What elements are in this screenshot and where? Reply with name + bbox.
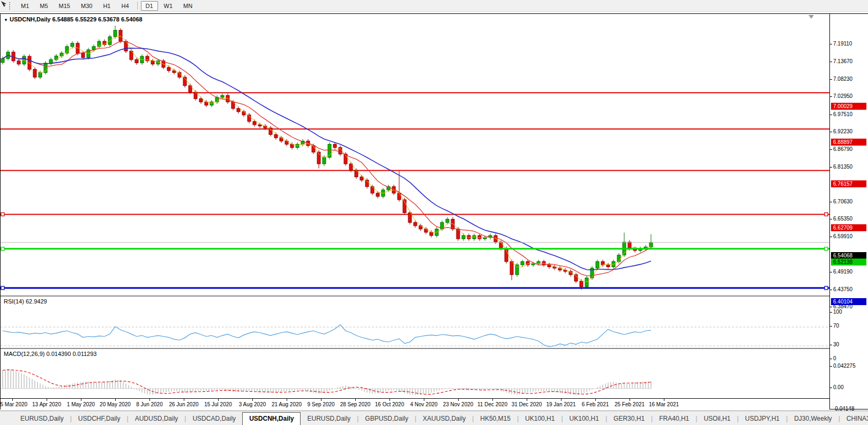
price-axis-label: 6.86790 [833, 146, 852, 152]
timeframe-button-h4[interactable]: H4 [116, 1, 133, 11]
date-label: 23 Nov 2020 [443, 401, 474, 407]
axis-tick [830, 96, 832, 97]
macd-axis-label: 0.042275 [833, 363, 856, 369]
axis-tick [830, 312, 832, 313]
chart-tab-usoil-h1[interactable]: USOil,H1 [697, 413, 737, 425]
date-tick [424, 399, 424, 401]
date-tick [321, 399, 321, 401]
chart-tab-usdjpy-h1[interactable]: USDJPY,H1 [739, 413, 786, 425]
date-tick [81, 399, 81, 401]
axis-tick [830, 202, 832, 202]
axis-tick [830, 326, 832, 327]
cursor-tool-button[interactable]: ▾ [0, 3, 8, 8]
price-axis-label: 6.43750 [833, 286, 852, 292]
price-axis-label: 6.70630 [833, 199, 852, 204]
chart-tab-uk100-h1[interactable]: UK100,H1 [563, 413, 605, 425]
axis-tick [830, 388, 832, 388]
date-label: 13 Apr 2020 [32, 401, 61, 407]
date-tick [184, 399, 184, 401]
timeframe-button-w1[interactable]: W1 [159, 1, 178, 11]
chart-tab-usdcad-daily[interactable]: USDCAD,Daily [186, 413, 242, 425]
date-label: 21 Aug 2020 [272, 401, 302, 407]
date-tick [561, 399, 562, 401]
price-axis-label: 6.65350 [833, 216, 852, 222]
date-label: 4 Nov 2020 [410, 401, 437, 407]
date-label: 15 Jul 2020 [204, 401, 232, 407]
timeframe-button-m5[interactable]: M5 [35, 1, 53, 11]
chart-tab-xauusd-daily[interactable]: XAUUSD,Daily [416, 413, 472, 425]
axis-tick [830, 132, 832, 132]
timeframe-button-mn[interactable]: MN [178, 1, 197, 11]
chart-tab-ger30-h1[interactable]: GER30,H1 [607, 413, 651, 425]
axis-tick [830, 359, 832, 359]
chart-tab-bar: EURUSD,Daily|USDCHF,Daily|AUDUSD,Daily|U… [0, 411, 868, 425]
mt4-window: ▾ M1M5M15M30H1H4D1W1MN ▼ USDCNH,Daily 6.… [0, 0, 868, 425]
chart-tab-usdchf-daily[interactable]: USDCHF,Daily [72, 413, 127, 425]
toolbar-divider [137, 2, 138, 10]
price-axis-label: 7.19110 [833, 41, 852, 47]
axis-tick [830, 62, 832, 62]
chart-tab-china300-h1[interactable]: CHINA300,H1 [840, 413, 868, 425]
price-badge: 6.88897 [831, 139, 866, 146]
date-tick [252, 399, 253, 401]
chart-tab-eurusd-daily[interactable]: EURUSD,Daily [14, 413, 70, 425]
date-label: 25 Mar 2020 [0, 401, 27, 407]
chart-tab-eurusd-daily[interactable]: EURUSD,Daily [301, 413, 357, 425]
date-tick [664, 399, 664, 401]
toolbar-grip[interactable] [9, 2, 14, 10]
timeframe-button-h1[interactable]: H1 [98, 1, 115, 11]
date-label: 3 Aug 2020 [239, 401, 266, 407]
macd-label: MACD(12,26,9) 0.014390 0.011293 [4, 351, 96, 357]
price-axis-label: 6.92230 [833, 128, 852, 134]
main-chart-panel[interactable]: ▼ USDCNH,Daily 6.54885 6.55229 6.53678 6… [1, 14, 829, 294]
chart-tab-gbpusd-daily[interactable]: GBPUSD,Daily [358, 413, 415, 425]
price-badge: 6.76157 [831, 180, 866, 187]
candlestick-chart-canvas[interactable] [1, 14, 829, 294]
date-label: 25 Feb 2021 [615, 401, 645, 407]
date-tick [47, 399, 47, 401]
date-tick [218, 399, 219, 401]
chart-tab-dj30-weekly[interactable]: DJ30,Weekly [788, 413, 838, 425]
date-label: 31 Dec 2020 [512, 401, 542, 407]
macd-panel[interactable]: MACD(12,26,9) 0.014390 0.011293 [1, 348, 829, 399]
axis-tick [830, 167, 832, 168]
chart-tab-uk100-h1[interactable]: UK100,H1 [519, 413, 561, 425]
axis-tick [830, 219, 832, 219]
price-axis-label: 6.59910 [833, 233, 852, 239]
timeframe-button-d1[interactable]: D1 [141, 1, 158, 11]
date-tick [355, 399, 356, 401]
date-tick [527, 399, 527, 401]
date-tick [630, 399, 630, 401]
price-badge: 7.00029 [831, 103, 866, 110]
timeframe-buttons: M1M5M15M30H1H4D1W1MN [16, 1, 198, 11]
date-label: 11 Dec 2020 [477, 401, 507, 407]
rsi-panel[interactable]: RSI(14) 62.9429 [1, 295, 829, 348]
axis-tick [830, 115, 832, 115]
price-axis-label: 7.02950 [833, 93, 852, 99]
chart-tab-usdcnh-daily[interactable]: USDCNH,Daily [242, 412, 301, 425]
chart-ohlc-values: 6.54885 6.55229 6.53678 6.54068 [52, 16, 142, 22]
axis-tick [830, 44, 832, 44]
timeframe-button-m30[interactable]: M30 [76, 1, 97, 11]
timeframe-button-m15[interactable]: M15 [54, 1, 75, 11]
chart-tab-hk50-m15[interactable]: HK50,M15 [474, 413, 517, 425]
date-label: 26 Jun 2020 [169, 401, 198, 407]
chart-tab-fra40-h1[interactable]: FRA40,H1 [653, 413, 695, 425]
chart-window: ▼ USDCNH,Daily 6.54885 6.55229 6.53678 6… [0, 13, 868, 409]
price-axis-label: 7.08230 [833, 76, 852, 82]
date-axis[interactable]: 25 Mar 202013 Apr 20201 May 202020 May 2… [1, 398, 829, 409]
date-tick [595, 399, 596, 401]
rsi-axis-label: 30 [833, 341, 839, 347]
rsi-chart-canvas[interactable] [1, 297, 829, 347]
chart-title: ▼ USDCNH,Daily 6.54885 6.55229 6.53678 6… [4, 16, 143, 22]
price-axis[interactable]: 7.191107.136707.082307.029506.975106.922… [829, 14, 868, 409]
chart-tab-audusd-daily[interactable]: AUDUSD,Daily [129, 413, 185, 425]
collapse-arrow-icon[interactable]: ▼ [4, 18, 8, 22]
price-axis-label: 6.49190 [833, 269, 852, 275]
macd-chart-canvas[interactable] [1, 349, 829, 398]
price-axis-label: 6.97510 [833, 111, 852, 117]
price-badge: 6.52138 [831, 259, 866, 265]
timeframe-button-m1[interactable]: M1 [16, 1, 34, 11]
price-axis-label: 7.13670 [833, 58, 852, 64]
date-label: 8 Jun 2020 [136, 401, 163, 407]
